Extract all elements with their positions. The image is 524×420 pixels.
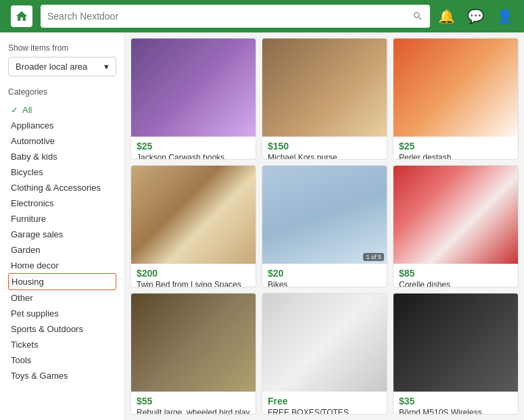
product-title: Jackson Carwash books	[137, 153, 250, 160]
sidebar-item-garden[interactable]: Garden	[8, 242, 116, 258]
product-title: Michael Kors purse	[268, 153, 381, 160]
product-card[interactable]: $85Corelle dishes3 hr ago · 1.1 mi · Par…	[393, 165, 519, 287]
sidebar-item-home-decor[interactable]: Home decor	[8, 258, 116, 273]
product-price: $200	[137, 268, 250, 279]
product-title: Twin Bed from Living Spaces with mattres…	[137, 280, 250, 287]
categories-label: Categories	[8, 87, 116, 97]
profile-icon[interactable]: 👤	[496, 8, 513, 24]
product-image	[131, 166, 256, 264]
sidebar-item-housing[interactable]: Housing	[8, 273, 116, 290]
search-input[interactable]	[47, 11, 407, 22]
product-image	[131, 294, 256, 392]
product-card[interactable]: $25Jackson Carwash books2 hr ago · 0.6 m…	[130, 38, 256, 160]
category-label: Pet supplies	[11, 308, 59, 319]
sidebar-item-pet-supplies[interactable]: Pet supplies	[8, 306, 116, 321]
product-card[interactable]: FreeFREE BOXES/TOTES NEEDED20 hr ago · 1…	[262, 293, 387, 415]
category-label: Automotive	[11, 136, 55, 146]
category-label: Appliances	[11, 120, 54, 131]
category-label: Toys & Games	[11, 371, 68, 381]
product-price: $25	[137, 141, 250, 151]
sidebar-item-other[interactable]: Other	[8, 290, 116, 306]
sidebar-item-baby-kids[interactable]: Baby & kids	[8, 149, 116, 164]
show-items-label: Show items from	[8, 43, 116, 53]
category-label: Sports & Outdoors	[11, 324, 83, 334]
product-image	[131, 39, 256, 137]
sidebar-item-clothing[interactable]: Clothing & Accessories	[8, 180, 116, 195]
product-info: $85Corelle dishes3 hr ago · 1.1 mi · Par…	[394, 264, 518, 287]
product-info: $200Twin Bed from Living Spaces with mat…	[131, 264, 256, 287]
category-label: Tickets	[11, 340, 39, 350]
product-info: FreeFREE BOXES/TOTES NEEDED20 hr ago · 1…	[262, 392, 387, 415]
sidebar-item-bicycles[interactable]: Bicycles	[8, 164, 116, 180]
product-price: Free	[268, 396, 381, 406]
product-info: $150Michael Kors purse3 hr ago · 0.6 mi …	[262, 137, 387, 160]
sidebar-item-all[interactable]: ✓All	[8, 102, 116, 118]
product-info: $25Perler destash1 day ago · 0.8 mi · Pa…	[394, 137, 518, 160]
product-price: $20	[268, 268, 381, 279]
sidebar-item-tools[interactable]: Tools	[8, 352, 116, 368]
sidebar-item-electronics[interactable]: Electronics	[8, 195, 116, 211]
search-icon	[412, 11, 423, 22]
product-card[interactable]: $25Perler destash1 day ago · 0.8 mi · Pa…	[393, 38, 519, 160]
product-image	[262, 39, 387, 137]
sidebar-item-tickets[interactable]: Tickets	[8, 337, 116, 352]
product-title: Perler destash	[399, 153, 513, 160]
category-label: Home decor	[11, 260, 59, 271]
product-price: $35	[399, 396, 513, 406]
sidebar-item-automotive[interactable]: Automotive	[8, 133, 116, 149]
main-layout: Show items from Broader local area ▾ Cat…	[0, 32, 524, 420]
area-dropdown[interactable]: Broader local area ▾	[8, 57, 116, 76]
product-info: $35Börnd M510S Wireless Multimedia Keybo…	[394, 392, 518, 415]
category-label: Housing	[11, 277, 44, 287]
home-logo[interactable]	[11, 5, 32, 27]
product-title: Corelle dishes	[399, 280, 513, 287]
image-counter: 1 of 5	[363, 253, 384, 261]
category-label: Baby & kids	[11, 151, 57, 162]
category-label: All	[22, 105, 32, 115]
product-image: 1 of 5	[262, 166, 387, 264]
product-card[interactable]: $200Twin Bed from Living Spaces with mat…	[130, 165, 256, 287]
category-label: Garage sales	[11, 229, 63, 239]
product-image	[394, 39, 518, 137]
product-card[interactable]: $55Rebuilt large, wheeled bird play perc…	[130, 293, 256, 415]
product-title: Rebuilt large, wheeled bird play perch	[137, 408, 250, 415]
sidebar-item-furniture[interactable]: Furniture	[8, 211, 116, 227]
header-icons: 🔔 💬 👤	[438, 8, 513, 24]
messages-icon[interactable]: 💬	[467, 8, 484, 24]
category-label: Garden	[11, 245, 40, 255]
sidebar-item-toys-games[interactable]: Toys & Games	[8, 368, 116, 383]
product-title: FREE BOXES/TOTES NEEDED	[268, 408, 381, 415]
product-price: $85	[399, 268, 513, 279]
header: 🔔 💬 👤	[0, 0, 524, 32]
categories-list: ✓AllAppliancesAutomotiveBaby & kidsBicyc…	[8, 102, 116, 383]
notifications-icon[interactable]: 🔔	[438, 8, 455, 24]
product-price: $150	[268, 141, 381, 151]
search-bar[interactable]	[41, 5, 430, 28]
chevron-down-icon: ▾	[104, 62, 109, 72]
product-title: Bikes	[268, 280, 381, 287]
category-label: Electronics	[11, 198, 54, 208]
sidebar-item-sports-outdoors[interactable]: Sports & Outdoors	[8, 321, 116, 337]
sidebar-item-appliances[interactable]: Appliances	[8, 118, 116, 133]
category-label: Tools	[11, 355, 31, 365]
product-price: $55	[137, 396, 250, 406]
category-label: Other	[11, 293, 33, 303]
product-info: $20Bikes1 day ago · 0.8 mi · Paradise ..…	[262, 264, 387, 287]
category-label: Furniture	[11, 214, 46, 224]
category-label: Clothing & Accessories	[11, 183, 101, 193]
area-dropdown-value: Broader local area	[16, 62, 87, 72]
product-card[interactable]: $35Börnd M510S Wireless Multimedia Keybo…	[393, 293, 519, 415]
product-card[interactable]: $150Michael Kors purse3 hr ago · 0.6 mi …	[262, 38, 387, 160]
product-info: $25Jackson Carwash books2 hr ago · 0.6 m…	[131, 137, 256, 160]
product-title: Börnd M510S Wireless Multimedia Keyboard…	[399, 408, 513, 415]
product-image	[394, 294, 518, 392]
product-grid: $25Jackson Carwash books2 hr ago · 0.6 m…	[125, 32, 524, 420]
product-info: $55Rebuilt large, wheeled bird play perc…	[131, 392, 256, 415]
sidebar: Show items from Broader local area ▾ Cat…	[0, 32, 125, 420]
sidebar-item-garage-sales[interactable]: Garage sales	[8, 227, 116, 242]
product-price: $25	[399, 141, 513, 151]
product-card[interactable]: 1 of 5$20Bikes1 day ago · 0.8 mi · Parad…	[262, 165, 387, 287]
checkmark-icon: ✓	[11, 105, 18, 115]
product-image	[394, 166, 518, 264]
category-label: Bicycles	[11, 167, 43, 177]
